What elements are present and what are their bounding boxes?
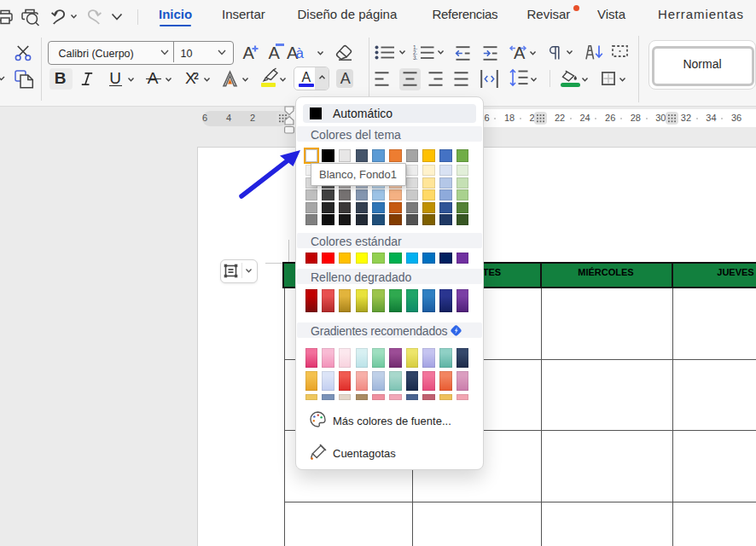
svg-text:3.: 3. <box>413 55 418 61</box>
